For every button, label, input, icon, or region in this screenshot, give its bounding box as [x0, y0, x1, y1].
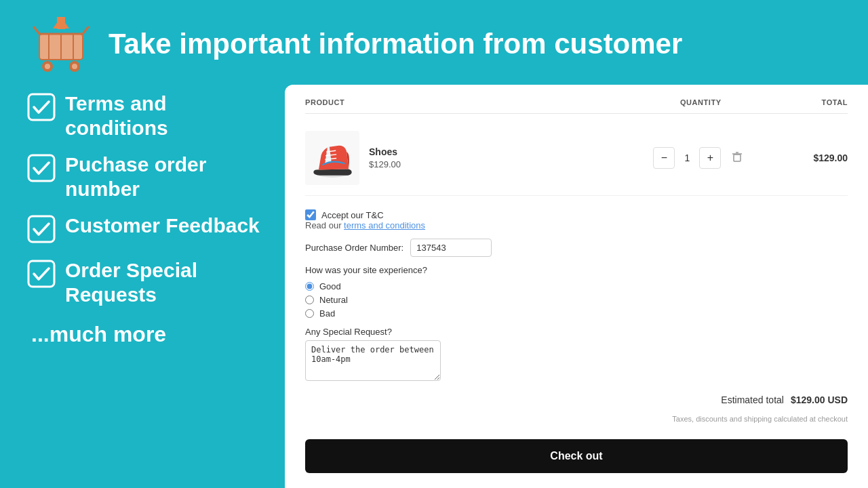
feature-terms: Terms and conditions — [27, 92, 264, 140]
svg-rect-10 — [28, 94, 54, 120]
checkmark-icon-feedback — [27, 215, 56, 246]
tax-note: Taxes, discounts and shipping calculated… — [305, 415, 848, 423]
estimated-label: Estimated total — [721, 394, 784, 405]
tc-checkbox[interactable] — [305, 209, 316, 220]
feature-label-terms: Terms and conditions — [65, 92, 264, 140]
product-details: Shoes $129.00 — [369, 146, 401, 169]
svg-point-7 — [45, 64, 50, 69]
page-title: Take important information from customer — [108, 28, 682, 60]
radio-bad-row: Bad — [305, 308, 848, 319]
cart-icon — [27, 14, 95, 75]
radio-bad-label: Bad — [319, 308, 335, 319]
estimated-value: $129.00 USD — [791, 394, 848, 405]
column-quantity: QUANTITY — [622, 98, 780, 106]
tc-accept-row: Accept our T&C Read our terms and condit… — [305, 209, 848, 230]
special-request-section: Any Special Request? Deliver the order b… — [305, 327, 848, 381]
column-product: PRODUCT — [305, 98, 622, 106]
product-name: Shoes — [369, 146, 401, 157]
product-info: Shoes $129.00 — [305, 131, 622, 185]
increase-quantity-button[interactable]: + — [699, 147, 721, 169]
svg-rect-13 — [28, 261, 54, 287]
quantity-value: 1 — [680, 152, 694, 163]
product-price: $129.00 — [369, 159, 401, 169]
radio-neutral[interactable] — [305, 296, 314, 304]
radio-good[interactable] — [305, 282, 314, 291]
feature-label-special: Order Special Requests — [65, 258, 264, 307]
radio-neutral-label: Netural — [319, 295, 348, 305]
decrease-quantity-button[interactable]: − — [653, 147, 675, 169]
feature-label-feedback: Customer Feedback — [65, 214, 260, 238]
special-request-textarea[interactable]: Deliver the order between 10am-4pm — [305, 340, 441, 381]
svg-rect-11 — [28, 155, 54, 181]
page-header: Take important information from customer — [0, 0, 868, 85]
estimated-total-row: Estimated total $129.00 USD — [305, 394, 848, 405]
column-total: TOTAL — [780, 98, 848, 106]
order-form: Accept our T&C Read our terms and condit… — [305, 209, 848, 473]
quantity-controls: − 1 + — [622, 147, 780, 169]
feature-special-requests: Order Special Requests — [27, 258, 264, 307]
purchase-order-row: Purchase Order Number: — [305, 239, 848, 257]
cart-table-header: PRODUCT QUANTITY TOTAL — [305, 98, 848, 114]
po-label: Purchase Order Number: — [305, 243, 403, 253]
product-image — [305, 131, 359, 185]
tc-link[interactable]: terms and conditions — [344, 220, 425, 230]
svg-rect-18 — [734, 155, 741, 161]
cart-panel: PRODUCT QUANTITY TOTAL — [285, 85, 868, 488]
radio-bad[interactable] — [305, 309, 314, 318]
tc-label: Accept our T&C — [321, 210, 384, 220]
table-row: Shoes $129.00 − 1 + $129.00 — [305, 121, 848, 196]
item-total: $129.00 — [780, 152, 848, 163]
radio-good-row: Good — [305, 281, 848, 291]
svg-point-9 — [72, 64, 77, 69]
feature-purchase-order: Puchase order number — [27, 152, 264, 201]
checkmark-icon-special — [27, 260, 56, 291]
radio-neutral-row: Netural — [305, 295, 848, 305]
checkmark-icon-purchase — [27, 154, 56, 185]
main-content: Terms and conditions Puchase order numbe… — [0, 85, 868, 488]
sr-label: Any Special Request? — [305, 327, 848, 337]
delete-item-button[interactable] — [726, 148, 748, 167]
feature-label-purchase: Puchase order number — [65, 152, 264, 201]
experience-label: How was your site experience? — [305, 265, 848, 275]
po-input[interactable] — [410, 239, 492, 257]
radio-good-label: Good — [319, 281, 341, 291]
feature-customer-feedback: Customer Feedback — [27, 214, 264, 246]
experience-section: How was your site experience? Good Netur… — [305, 265, 848, 319]
tc-read-text: Read our — [305, 220, 341, 230]
svg-rect-12 — [28, 216, 54, 242]
checkout-button[interactable]: Check out — [305, 439, 848, 473]
more-features-text: ...much more — [27, 322, 264, 347]
left-panel: Terms and conditions Puchase order numbe… — [0, 85, 285, 488]
checkmark-icon-terms — [27, 93, 56, 124]
svg-rect-1 — [57, 17, 65, 29]
